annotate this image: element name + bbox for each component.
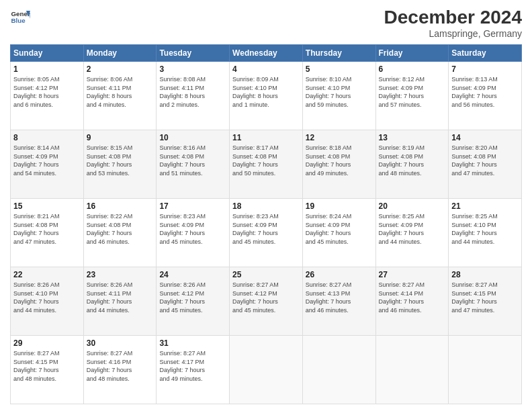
cell-content: Sunrise: 8:20 AMSunset: 4:08 PMDaylight:… xyxy=(451,144,519,177)
calendar-cell: 6 Sunrise: 8:12 AMSunset: 4:09 PMDayligh… xyxy=(375,62,449,130)
col-saturday: Saturday xyxy=(449,45,522,62)
calendar-cell: 11 Sunrise: 8:17 AMSunset: 4:08 PMDaylig… xyxy=(230,130,303,199)
col-tuesday: Tuesday xyxy=(157,45,230,62)
cell-content: Sunrise: 8:26 AMSunset: 4:12 PMDaylight:… xyxy=(159,281,226,314)
calendar-cell: 28 Sunrise: 8:27 AMSunset: 4:15 PMDaylig… xyxy=(449,267,522,336)
day-number: 29 xyxy=(13,338,81,348)
day-number: 19 xyxy=(306,201,373,211)
calendar-cell: 16 Sunrise: 8:22 AMSunset: 4:08 PMDaylig… xyxy=(83,199,157,267)
calendar-cell: 15 Sunrise: 8:21 AMSunset: 4:08 PMDaylig… xyxy=(11,199,84,267)
day-number: 28 xyxy=(451,270,519,279)
day-number: 10 xyxy=(159,133,226,142)
day-number: 25 xyxy=(232,270,300,279)
calendar-cell: 10 Sunrise: 8:16 AMSunset: 4:08 PMDaylig… xyxy=(157,130,230,199)
calendar-cell: 9 Sunrise: 8:15 AMSunset: 4:08 PMDayligh… xyxy=(83,130,157,199)
calendar-cell: 25 Sunrise: 8:27 AMSunset: 4:12 PMDaylig… xyxy=(230,267,303,336)
calendar-cell: 18 Sunrise: 8:23 AMSunset: 4:09 PMDaylig… xyxy=(230,199,303,267)
cell-content: Sunrise: 8:17 AMSunset: 4:08 PMDaylight:… xyxy=(232,144,300,177)
cell-content: Sunrise: 8:13 AMSunset: 4:09 PMDaylight:… xyxy=(451,75,519,109)
calendar-cell: 12 Sunrise: 8:18 AMSunset: 4:08 PMDaylig… xyxy=(302,130,375,199)
cell-content: Sunrise: 8:24 AMSunset: 4:09 PMDaylight:… xyxy=(306,212,373,246)
calendar-cell: 23 Sunrise: 8:26 AMSunset: 4:11 PMDaylig… xyxy=(83,267,157,336)
calendar-cell xyxy=(230,336,303,404)
calendar-cell: 29 Sunrise: 8:27 AMSunset: 4:15 PMDaylig… xyxy=(11,336,84,404)
day-number: 23 xyxy=(87,270,154,279)
week-row-2: 8 Sunrise: 8:14 AMSunset: 4:09 PMDayligh… xyxy=(11,130,522,199)
cell-content: Sunrise: 8:18 AMSunset: 4:08 PMDaylight:… xyxy=(306,144,373,177)
day-number: 11 xyxy=(232,133,300,142)
week-row-5: 29 Sunrise: 8:27 AMSunset: 4:15 PMDaylig… xyxy=(11,336,522,404)
cell-content: Sunrise: 8:26 AMSunset: 4:11 PMDaylight:… xyxy=(87,281,154,314)
calendar-cell: 31 Sunrise: 8:27 AMSunset: 4:17 PMDaylig… xyxy=(157,336,230,404)
cell-content: Sunrise: 8:23 AMSunset: 4:09 PMDaylight:… xyxy=(232,212,300,246)
cell-content: Sunrise: 8:19 AMSunset: 4:08 PMDaylight:… xyxy=(379,144,446,177)
cell-content: Sunrise: 8:23 AMSunset: 4:09 PMDaylight:… xyxy=(159,212,226,246)
day-number: 24 xyxy=(159,270,226,279)
cell-content: Sunrise: 8:26 AMSunset: 4:10 PMDaylight:… xyxy=(13,281,81,314)
calendar-cell xyxy=(449,336,522,404)
calendar-cell: 5 Sunrise: 8:10 AMSunset: 4:10 PMDayligh… xyxy=(302,62,375,130)
calendar-cell xyxy=(375,336,449,404)
calendar-cell: 21 Sunrise: 8:25 AMSunset: 4:10 PMDaylig… xyxy=(449,199,522,267)
subtitle: Lamspringe, Germany xyxy=(384,28,522,39)
day-number: 26 xyxy=(306,270,373,279)
calendar-cell: 3 Sunrise: 8:08 AMSunset: 4:11 PMDayligh… xyxy=(157,62,230,130)
day-number: 6 xyxy=(379,64,446,74)
cell-content: Sunrise: 8:06 AMSunset: 4:11 PMDaylight:… xyxy=(87,75,154,109)
header-row: Sunday Monday Tuesday Wednesday Thursday… xyxy=(11,45,522,62)
day-number: 20 xyxy=(379,201,446,211)
calendar-cell: 22 Sunrise: 8:26 AMSunset: 4:10 PMDaylig… xyxy=(11,267,84,336)
cell-content: Sunrise: 8:08 AMSunset: 4:11 PMDaylight:… xyxy=(159,75,226,109)
col-sunday: Sunday xyxy=(11,45,84,62)
calendar-header: Sunday Monday Tuesday Wednesday Thursday… xyxy=(11,45,522,62)
day-number: 1 xyxy=(13,64,81,74)
calendar-cell: 1 Sunrise: 8:05 AMSunset: 4:12 PMDayligh… xyxy=(11,62,84,130)
day-number: 15 xyxy=(13,201,81,211)
page: General Blue December 2024 Lamspringe, G… xyxy=(0,0,532,411)
cell-content: Sunrise: 8:27 AMSunset: 4:15 PMDaylight:… xyxy=(13,349,81,383)
calendar-cell: 26 Sunrise: 8:27 AMSunset: 4:13 PMDaylig… xyxy=(302,267,375,336)
calendar-cell: 8 Sunrise: 8:14 AMSunset: 4:09 PMDayligh… xyxy=(11,130,84,199)
cell-content: Sunrise: 8:14 AMSunset: 4:09 PMDaylight:… xyxy=(13,144,81,177)
cell-content: Sunrise: 8:15 AMSunset: 4:08 PMDaylight:… xyxy=(87,144,154,177)
calendar-cell xyxy=(302,336,375,404)
day-number: 22 xyxy=(13,270,81,279)
day-number: 9 xyxy=(87,133,154,142)
cell-content: Sunrise: 8:12 AMSunset: 4:09 PMDaylight:… xyxy=(379,75,446,109)
calendar-cell: 14 Sunrise: 8:20 AMSunset: 4:08 PMDaylig… xyxy=(449,130,522,199)
week-row-4: 22 Sunrise: 8:26 AMSunset: 4:10 PMDaylig… xyxy=(11,267,522,336)
calendar-cell: 2 Sunrise: 8:06 AMSunset: 4:11 PMDayligh… xyxy=(83,62,157,130)
cell-content: Sunrise: 8:27 AMSunset: 4:16 PMDaylight:… xyxy=(87,349,154,383)
week-row-1: 1 Sunrise: 8:05 AMSunset: 4:12 PMDayligh… xyxy=(11,62,522,130)
cell-content: Sunrise: 8:25 AMSunset: 4:10 PMDaylight:… xyxy=(451,212,519,246)
day-number: 4 xyxy=(232,64,300,74)
logo-icon: General Blue xyxy=(10,7,30,27)
calendar-cell: 30 Sunrise: 8:27 AMSunset: 4:16 PMDaylig… xyxy=(83,336,157,404)
day-number: 3 xyxy=(159,64,226,74)
col-wednesday: Wednesday xyxy=(230,45,303,62)
day-number: 7 xyxy=(451,64,519,74)
day-number: 2 xyxy=(87,64,154,74)
main-title: December 2024 xyxy=(384,7,522,28)
title-area: December 2024 Lamspringe, Germany xyxy=(384,7,522,39)
col-thursday: Thursday xyxy=(302,45,375,62)
calendar-table: Sunday Monday Tuesday Wednesday Thursday… xyxy=(10,44,522,404)
svg-text:Blue: Blue xyxy=(11,17,26,24)
day-number: 8 xyxy=(13,133,81,142)
col-friday: Friday xyxy=(375,45,449,62)
header: General Blue December 2024 Lamspringe, G… xyxy=(10,7,522,39)
day-number: 14 xyxy=(451,133,519,142)
week-row-3: 15 Sunrise: 8:21 AMSunset: 4:08 PMDaylig… xyxy=(11,199,522,267)
cell-content: Sunrise: 8:21 AMSunset: 4:08 PMDaylight:… xyxy=(13,212,81,246)
day-number: 17 xyxy=(159,201,226,211)
cell-content: Sunrise: 8:16 AMSunset: 4:08 PMDaylight:… xyxy=(159,144,226,177)
day-number: 27 xyxy=(379,270,446,279)
cell-content: Sunrise: 8:27 AMSunset: 4:12 PMDaylight:… xyxy=(232,281,300,314)
calendar-body: 1 Sunrise: 8:05 AMSunset: 4:12 PMDayligh… xyxy=(11,62,522,404)
day-number: 31 xyxy=(159,338,226,348)
cell-content: Sunrise: 8:25 AMSunset: 4:09 PMDaylight:… xyxy=(379,212,446,246)
cell-content: Sunrise: 8:27 AMSunset: 4:14 PMDaylight:… xyxy=(379,281,446,314)
calendar-cell: 19 Sunrise: 8:24 AMSunset: 4:09 PMDaylig… xyxy=(302,199,375,267)
col-monday: Monday xyxy=(83,45,157,62)
cell-content: Sunrise: 8:10 AMSunset: 4:10 PMDaylight:… xyxy=(306,75,373,109)
